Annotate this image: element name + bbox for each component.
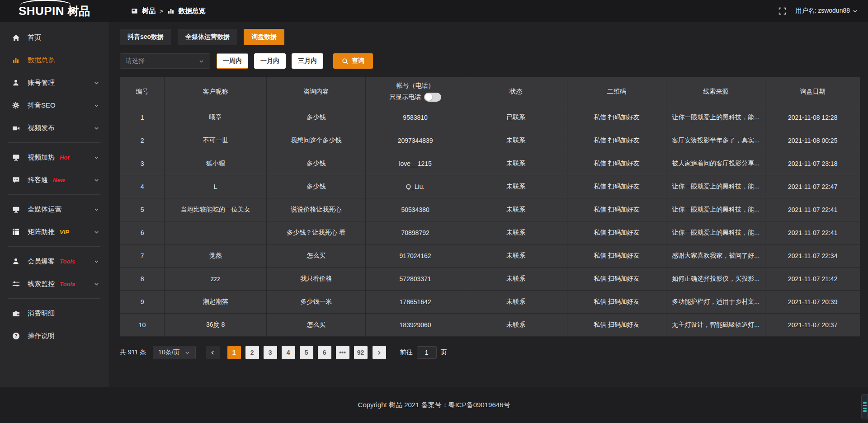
cell-status: 未联系 [465, 221, 567, 244]
page-button[interactable]: 92 [354, 346, 368, 359]
sidebar-item[interactable]: 账号管理 [0, 71, 108, 94]
jump-page-input[interactable] [417, 346, 437, 359]
tab-2[interactable]: 全媒体运营数据 [178, 29, 237, 45]
cell-qrcode[interactable]: 私信 扫码加好友 [567, 198, 666, 221]
page-ellipsis-button[interactable]: ••• [336, 346, 349, 359]
column-header-label: 线索来源 [670, 88, 761, 96]
cell-status: 未联系 [465, 314, 567, 337]
range-button[interactable]: 一月内 [254, 53, 286, 69]
page-size-select[interactable]: 10条/页 [153, 346, 195, 359]
cell-nickname: 36度 8 [165, 314, 267, 337]
next-page-button[interactable] [373, 346, 386, 359]
cell-source[interactable]: 让你一眼就爱上的黑科技，能... [666, 198, 765, 221]
cell-date: 2021-11-08 00:25 [765, 129, 860, 152]
cell-content: 我只看价格 [267, 268, 366, 291]
chevron-down-icon [184, 350, 190, 356]
cell-status: 未联系 [465, 268, 567, 291]
chevron-down-icon [94, 125, 99, 131]
tab-1[interactable]: 抖音seo数据 [120, 29, 171, 45]
cell-qrcode[interactable]: 私信 扫码加好友 [567, 268, 666, 291]
sidebar-item[interactable]: 会员爆客Tools [0, 250, 108, 273]
cell-source[interactable]: 感谢大家喜欢我家，被问了好... [666, 244, 765, 268]
floating-widget[interactable] [861, 394, 868, 419]
copyright-text: Copyright 树品 2021 备案号：粤ICP备09019646号 [358, 401, 510, 409]
cell-qrcode[interactable]: 私信 扫码加好友 [567, 175, 666, 198]
sidebar-item[interactable]: 抖音SEO [0, 94, 108, 117]
sidebar-item[interactable]: 视频加热Hot [0, 146, 108, 169]
cell-source[interactable]: 被大家追着问的客厅投影分享... [666, 152, 765, 175]
cell-content: 说说价格让我死心 [267, 198, 366, 221]
page-button[interactable]: 4 [282, 346, 295, 359]
cell-qrcode[interactable]: 私信 扫码加好友 [567, 152, 666, 175]
sidebar-item[interactable]: 首页 [0, 26, 108, 49]
tv-icon [12, 154, 21, 161]
app-window: SHUPIN 树品 树品 > 数据总览 用户名: zswodun88 首页数据总… [0, 0, 868, 423]
cell-qrcode[interactable]: 私信 扫码加好友 [567, 291, 666, 314]
cell-nickname: 潮起潮落 [165, 291, 267, 314]
phone-only-toggle[interactable] [424, 93, 441, 102]
sidebar-divider [8, 142, 100, 143]
breadcrumb-item[interactable]: 树品 [142, 7, 156, 15]
cell-source[interactable]: 无主灯设计，智能磁吸轨道灯... [666, 314, 765, 337]
sidebar-item[interactable]: 视频发布 [0, 117, 108, 139]
cell-qrcode[interactable]: 私信 扫码加好友 [567, 314, 666, 337]
cell-no: 5 [120, 198, 165, 221]
sidebar-item[interactable]: ?操作说明 [0, 324, 108, 347]
breadcrumb-item[interactable]: 数据总览 [179, 7, 206, 15]
table-row: 1036度 8怎么买183929060未联系私信 扫码加好友无主灯设计，智能磁吸… [120, 314, 860, 337]
cell-source[interactable]: 如何正确选择投影仪，买投影... [666, 268, 765, 291]
cell-source[interactable]: 让你一眼就爱上的黑科技，能... [666, 106, 765, 129]
page-button[interactable]: 1 [227, 346, 241, 359]
table-row: 3狐小狸多少钱love__1215未联系私信 扫码加好友被大家追着问的客厅投影分… [120, 152, 860, 175]
cell-source[interactable]: 让你一眼就爱上的黑科技，能... [666, 175, 765, 198]
sidebar-divider [8, 298, 100, 299]
sidebar-item[interactable]: 全媒体运营 [0, 198, 108, 221]
svg-text:?: ? [14, 333, 17, 338]
cell-nickname [165, 221, 267, 244]
cell-content: 怎么买 [267, 314, 366, 337]
cell-source[interactable]: 让你一眼就爱上的黑科技，能... [666, 221, 765, 244]
cell-qrcode[interactable]: 私信 扫码加好友 [567, 221, 666, 244]
account-select[interactable]: 请选择 [120, 53, 210, 69]
cell-qrcode[interactable]: 私信 扫码加好友 [567, 244, 666, 268]
cell-status: 未联系 [465, 152, 567, 175]
prev-page-button[interactable] [206, 346, 220, 359]
inquiry-table: 编号客户昵称咨询内容帐号（电话）只显示电话状态二维码线索来源询盘日期 1哦章多少… [120, 77, 860, 337]
cell-source[interactable]: 客厅安装投影半年多了，真实... [666, 129, 765, 152]
range-button[interactable]: 三月内 [292, 53, 323, 69]
page-button[interactable]: 3 [264, 346, 277, 359]
fullscreen-icon[interactable] [778, 7, 786, 15]
breadcrumb: 树品 > 数据总览 [131, 7, 206, 15]
tab-3[interactable]: 询盘数据 [244, 29, 284, 45]
cell-source[interactable]: 多功能护栏灯，适用于乡村文... [666, 291, 765, 314]
column-header: 二维码 [567, 77, 666, 106]
pagination: 共 911 条 10条/页 123456•••92 前往 页 [120, 346, 860, 359]
page-button[interactable]: 2 [245, 346, 259, 359]
page-button[interactable]: 6 [318, 346, 331, 359]
sidebar-item-label: 消费明细 [28, 309, 55, 318]
cell-status: 未联系 [465, 175, 567, 198]
sidebar-item-label: 全媒体运营 [28, 205, 61, 214]
sidebar-item[interactable]: 数据总览 [0, 49, 108, 71]
column-header: 状态 [465, 77, 567, 106]
chevron-down-icon [94, 103, 99, 108]
page-button[interactable]: 5 [300, 346, 313, 359]
cell-qrcode[interactable]: 私信 扫码加好友 [567, 106, 666, 129]
sidebar-item[interactable]: 抖客通New [0, 169, 108, 191]
cell-content: 我想问这个多少钱 [267, 129, 366, 152]
sidebar-item[interactable]: 消费明细 [0, 302, 108, 324]
sidebar-item-label: 账号管理 [28, 79, 55, 87]
user-menu[interactable]: 用户名: zswodun88 [795, 7, 858, 15]
column-header-label: 客户昵称 [168, 88, 263, 96]
sidebar-item-label: 矩阵助推 [28, 228, 55, 236]
table-row: 5当地比较能吃的一位美女说说价格让我死心50534380未联系私信 扫码加好友让… [120, 198, 860, 221]
cell-no: 4 [120, 175, 165, 198]
cell-no: 10 [120, 314, 165, 337]
cell-qrcode[interactable]: 私信 扫码加好友 [567, 129, 666, 152]
jump-suffix-label: 页 [441, 348, 447, 357]
query-button[interactable]: 查询 [333, 53, 373, 69]
range-button[interactable]: 一周内 [217, 53, 248, 69]
sidebar-item[interactable]: 线索监控Tools [0, 273, 108, 295]
sidebar-item[interactable]: 矩阵助推VIP [0, 221, 108, 243]
table-body: 1哦章多少钱9583810已联系私信 扫码加好友让你一眼就爱上的黑科技，能...… [120, 106, 860, 337]
